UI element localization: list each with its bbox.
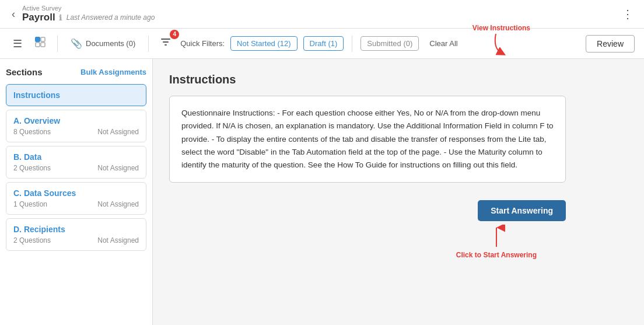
- data-sources-assignment: Not Assigned: [97, 200, 139, 208]
- sidebar-item-data-title: B. Data: [13, 152, 139, 162]
- toolbar-divider-1: [57, 36, 58, 52]
- sections-label: Sections: [6, 67, 43, 77]
- back-button[interactable]: ‹: [9, 6, 18, 23]
- sidebar-item-data-sources-meta: 1 Question Not Assigned: [13, 200, 139, 208]
- hamburger-button[interactable]: ☰: [9, 35, 26, 53]
- top-bar: ‹ Active Survey Payroll ℹ Last Answered …: [0, 0, 644, 29]
- start-answering-annotation: Click to Start Answering: [456, 225, 537, 259]
- sidebar-item-overview-title: A. Overview: [13, 116, 139, 125]
- sidebar-item-instructions[interactable]: Instructions: [6, 84, 146, 106]
- bulk-assignments-button[interactable]: Bulk Assignments: [80, 68, 146, 76]
- sidebar-item-data-sources[interactable]: C. Data Sources 1 Question Not Assigned: [6, 182, 146, 215]
- not-started-filter-label: Not Started (12): [237, 39, 291, 48]
- sidebar-item-overview[interactable]: A. Overview 8 Questions Not Assigned: [6, 110, 146, 142]
- filter-icon-button[interactable]: 4: [157, 34, 174, 53]
- sidebar-item-data[interactable]: B. Data 2 Questions Not Assigned: [6, 146, 146, 179]
- submitted-filter-button[interactable]: Submitted (0): [360, 36, 419, 51]
- overview-questions: 8 Questions: [13, 128, 51, 136]
- documents-label: Documents (0): [86, 39, 135, 48]
- view-instructions-arrow: [490, 31, 519, 57]
- clip-icon: 📎: [71, 38, 82, 49]
- svg-rect-3: [41, 43, 45, 47]
- start-answering-area: Start Answering Click to Start Answering: [169, 200, 566, 221]
- more-options-button[interactable]: ⋮: [622, 7, 635, 21]
- sidebar-item-overview-meta: 8 Questions Not Assigned: [13, 128, 139, 136]
- sidebar-item-data-sources-title: C. Data Sources: [13, 188, 139, 198]
- clear-all-button[interactable]: Clear All: [425, 37, 462, 50]
- documents-button[interactable]: 📎 Documents (0): [66, 36, 140, 51]
- sidebar-item-instructions-title: Instructions: [13, 90, 139, 100]
- start-answering-arrow: [488, 225, 505, 248]
- quick-filters-label: Quick Filters:: [180, 39, 225, 48]
- draft-filter-label: Draft (1): [310, 39, 338, 48]
- toolbar-divider-3: [352, 36, 352, 52]
- recipients-assignment: Not Assigned: [97, 236, 139, 244]
- data-sources-questions: 1 Question: [13, 200, 47, 208]
- draft-filter-button[interactable]: Draft (1): [303, 36, 344, 51]
- sidebar-item-recipients[interactable]: D. Recipients 2 Questions Not Assigned: [6, 218, 146, 251]
- sidebar-item-recipients-meta: 2 Questions Not Assigned: [13, 236, 139, 244]
- last-answered: Last Answered a minute ago: [66, 13, 155, 22]
- svg-rect-1: [41, 37, 45, 41]
- instructions-box: Questionnaire Instructions: - For each q…: [169, 96, 566, 183]
- svg-rect-2: [36, 43, 40, 47]
- submitted-filter-label: Submitted (0): [367, 39, 412, 48]
- active-survey-label: Active Survey: [22, 5, 617, 12]
- survey-info: Active Survey Payroll ℹ Last Answered a …: [22, 5, 617, 23]
- content-title: Instructions: [169, 73, 628, 86]
- recipients-questions: 2 Questions: [13, 236, 51, 244]
- start-answering-button[interactable]: Start Answering: [478, 200, 566, 221]
- data-questions: 2 Questions: [13, 164, 51, 172]
- survey-title-text: Payroll: [22, 12, 55, 23]
- click-to-start-label: Click to Start Answering: [456, 251, 537, 259]
- info-icon[interactable]: ℹ: [59, 13, 62, 22]
- svg-rect-0: [36, 37, 40, 41]
- survey-title: Payroll ℹ: [22, 12, 62, 23]
- toolbar-divider-2: [148, 36, 149, 52]
- sidebar-item-recipients-title: D. Recipients: [13, 225, 139, 234]
- toolbar: ☰ 📎 Documents (0) 4 Quick Filters: Not S…: [0, 29, 644, 59]
- sidebar-item-data-meta: 2 Questions Not Assigned: [13, 164, 139, 172]
- overview-assignment: Not Assigned: [97, 128, 139, 136]
- sidebar-header: Sections Bulk Assignments: [6, 67, 146, 77]
- page-wrapper: ‹ Active Survey Payroll ℹ Last Answered …: [0, 0, 644, 325]
- instructions-text: Questionnaire Instructions: - For each q…: [181, 107, 554, 172]
- review-button[interactable]: Review: [586, 35, 635, 53]
- sidebar: Sections Bulk Assignments Instructions A…: [0, 59, 153, 325]
- grid-view-button[interactable]: [32, 34, 49, 53]
- data-assignment: Not Assigned: [97, 164, 139, 172]
- not-started-filter-button[interactable]: Not Started (12): [230, 36, 298, 51]
- content-area: Instructions Questionnaire Instructions:…: [153, 59, 644, 325]
- filter-badge: 4: [170, 30, 179, 39]
- main-layout: Sections Bulk Assignments Instructions A…: [0, 59, 644, 325]
